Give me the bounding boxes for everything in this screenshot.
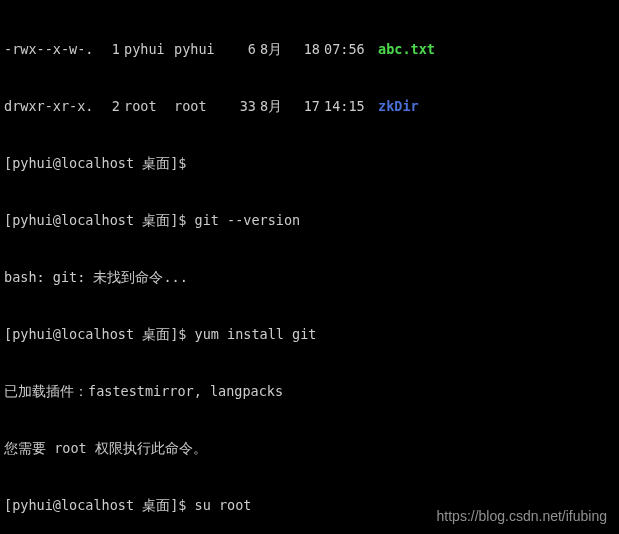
ls-owner: pyhui: [120, 40, 174, 59]
ls-month: 8月: [256, 40, 288, 59]
ls-size: 33: [228, 97, 256, 116]
prompt-user: [pyhui@localhost 桌面]$: [4, 212, 195, 228]
prompt-user: [pyhui@localhost 桌面]$: [4, 326, 195, 342]
ls-day: 18: [288, 40, 320, 59]
ls-dirname: zkDir: [374, 97, 419, 116]
ls-links: 1: [102, 40, 120, 59]
ls-perms: drwxr-xr-x.: [4, 97, 102, 116]
command: yum install git: [195, 326, 317, 342]
prompt-line: [pyhui@localhost 桌面]$ yum install git: [4, 325, 615, 344]
command: su root: [195, 497, 252, 513]
ls-filename: abc.txt: [374, 40, 435, 59]
ls-size: 6: [228, 40, 256, 59]
terminal-output[interactable]: -rwx--x-w-. 1 pyhui pyhui 6 8月 18 07:56 …: [0, 0, 619, 534]
output-line: bash: git: 未找到命令...: [4, 268, 615, 287]
ls-day: 17: [288, 97, 320, 116]
ls-owner: root: [120, 97, 174, 116]
ls-group: pyhui: [174, 40, 228, 59]
ls-month: 8月: [256, 97, 288, 116]
command: git --version: [195, 212, 301, 228]
ls-links: 2: [102, 97, 120, 116]
output-line: 已加载插件：fastestmirror, langpacks: [4, 382, 615, 401]
watermark-text: https://blog.csdn.net/ifubing: [437, 507, 607, 526]
ls-row: -rwx--x-w-. 1 pyhui pyhui 6 8月 18 07:56 …: [4, 40, 615, 59]
ls-group: root: [174, 97, 228, 116]
ls-time: 14:15: [320, 97, 374, 116]
output-line: 您需要 root 权限执行此命令。: [4, 439, 615, 458]
prompt-line: [pyhui@localhost 桌面]$ git --version: [4, 211, 615, 230]
prompt-user: [pyhui@localhost 桌面]$: [4, 497, 195, 513]
ls-time: 07:56: [320, 40, 374, 59]
ls-perms: -rwx--x-w-.: [4, 40, 102, 59]
prompt-line: [pyhui@localhost 桌面]$: [4, 154, 615, 173]
prompt-user: [pyhui@localhost 桌面]$: [4, 155, 195, 171]
ls-row: drwxr-xr-x. 2 root root 33 8月 17 14:15 z…: [4, 97, 615, 116]
